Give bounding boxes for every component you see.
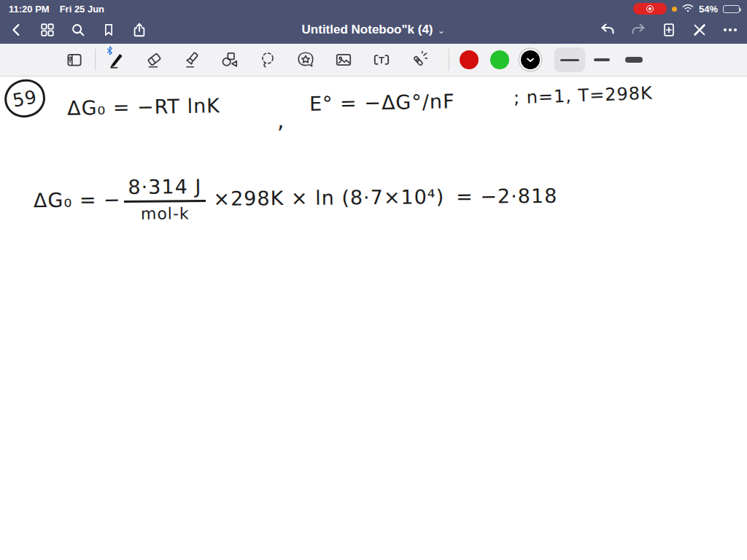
handwritten-comma: , bbox=[277, 107, 285, 133]
wifi-icon bbox=[682, 4, 694, 15]
status-left: 11:20 PM Fri 25 Jun bbox=[9, 4, 104, 15]
lasso-tool-button[interactable] bbox=[258, 50, 278, 70]
color-black-button-selected[interactable] bbox=[521, 50, 540, 69]
handwritten-conditions: ; n=1, T=298K bbox=[514, 83, 654, 109]
undo-button[interactable] bbox=[598, 20, 617, 39]
chevron-down-icon bbox=[526, 57, 535, 63]
stroke-thick-button[interactable] bbox=[619, 47, 649, 72]
status-right: 54% bbox=[633, 3, 740, 15]
top-bar: 11:20 PM Fri 25 Jun 54% bbox=[0, 0, 747, 44]
status-bar: 11:20 PM Fri 25 Jun 54% bbox=[0, 0, 747, 16]
status-time: 11:20 PM bbox=[9, 4, 50, 15]
laser-pointer-tool-button[interactable] bbox=[409, 50, 430, 70]
notebook-title[interactable]: Untitled Noteboo"k (4) bbox=[302, 23, 433, 37]
calc-lhs: ΔG₀ = − bbox=[34, 188, 121, 211]
calc-fraction: 8·314 J mol-k bbox=[123, 175, 206, 223]
toolbar-divider bbox=[449, 49, 449, 71]
page-thumbnails-button[interactable] bbox=[38, 20, 57, 39]
handwritten-calculation: ΔG₀ = − 8·314 J mol-k ×298K × ln (8·7×10… bbox=[34, 172, 558, 224]
recording-indicator-icon[interactable] bbox=[633, 3, 667, 15]
battery-icon bbox=[723, 5, 740, 13]
toolbar-divider bbox=[95, 49, 96, 71]
bluetooth-icon bbox=[107, 46, 113, 55]
calc-middle: ×298K × ln (8·7×10⁴) bbox=[213, 185, 444, 210]
stroke-thin-button-selected[interactable] bbox=[554, 47, 585, 72]
search-button[interactable] bbox=[69, 20, 88, 39]
pen-case-button[interactable] bbox=[64, 50, 85, 70]
shapes-tool-button[interactable] bbox=[220, 50, 240, 70]
bookmark-button[interactable] bbox=[99, 20, 118, 39]
title-chevron-icon: ⌄ bbox=[438, 25, 446, 36]
color-green-button[interactable] bbox=[490, 50, 509, 69]
disable-pen-button[interactable] bbox=[690, 20, 709, 39]
nav-right bbox=[598, 20, 740, 39]
more-options-button[interactable] bbox=[721, 20, 740, 39]
color-red-button[interactable] bbox=[460, 50, 479, 69]
question-number-circled: 59 bbox=[1, 77, 48, 121]
share-button[interactable] bbox=[130, 20, 149, 39]
nav-title-group[interactable]: Untitled Noteboo"k (4) ⌄ bbox=[149, 23, 598, 37]
fraction-denominator: mol-k bbox=[141, 202, 190, 223]
redo-button[interactable] bbox=[629, 20, 648, 39]
battery-percent: 54% bbox=[699, 4, 718, 15]
nav-left bbox=[7, 20, 149, 39]
text-tool-button[interactable] bbox=[371, 50, 392, 70]
nav-bar: Untitled Noteboo"k (4) ⌄ bbox=[0, 16, 747, 44]
calc-result: = −2·818 bbox=[456, 184, 557, 208]
notability-app: 11:20 PM Fri 25 Jun 54% bbox=[0, 0, 747, 560]
handwritten-formula-1: ΔG₀ = −RT lnK bbox=[67, 94, 220, 120]
drawing-toolbar bbox=[0, 44, 747, 77]
handwritten-formula-2: E° = −ΔG°/nF bbox=[309, 90, 455, 114]
pen-tool-button[interactable] bbox=[106, 50, 126, 70]
add-page-button[interactable] bbox=[659, 20, 678, 39]
status-date: Fri 25 Jun bbox=[60, 4, 104, 15]
stroke-medium-button[interactable] bbox=[587, 47, 617, 72]
eraser-tool-button[interactable] bbox=[144, 50, 164, 70]
note-canvas[interactable]: 59 ΔG₀ = −RT lnK , E° = −ΔG°/nF ; n=1, T… bbox=[0, 77, 747, 560]
fraction-numerator: 8·314 J bbox=[123, 175, 206, 203]
record-ring-icon bbox=[646, 5, 654, 12]
microphone-in-use-icon bbox=[672, 7, 677, 12]
highlighter-tool-button[interactable] bbox=[182, 50, 202, 70]
back-button[interactable] bbox=[7, 20, 26, 39]
stickers-tool-button[interactable] bbox=[295, 50, 316, 70]
image-tool-button[interactable] bbox=[333, 50, 354, 70]
